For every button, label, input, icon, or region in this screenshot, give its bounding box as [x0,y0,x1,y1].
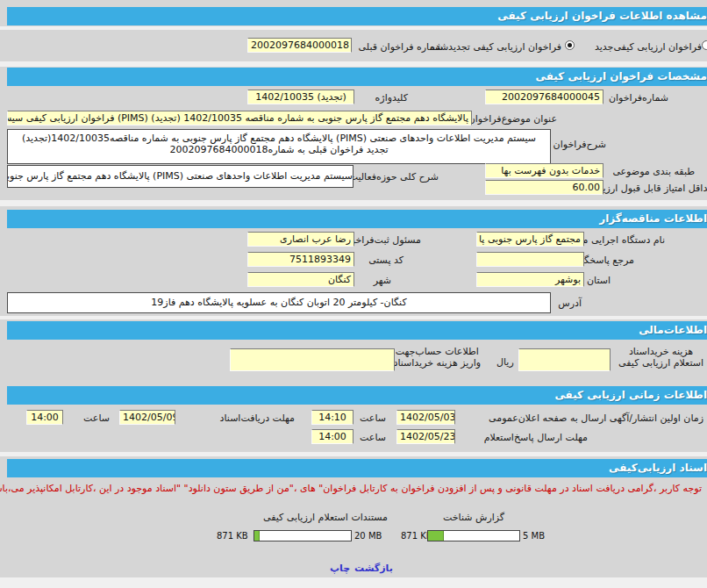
section-financial-header: اطلاعات‌مالی [7,321,707,340]
separator [0,452,707,456]
inquiry-docs-max-size: 20 MB [354,531,382,541]
section-specs-header: مشخصات فراخوان ارزیابی کیفی [7,68,707,86]
inquiry-docs-progressbar[interactable] [254,530,352,541]
radio-new-call[interactable] [702,40,707,50]
doc-fee-label-line1: هزینه خریداسناد [618,346,703,357]
call-description-field[interactable]: سیستم مدیریت اطلاعات واحدهای صنعتی (PIMS… [7,129,551,164]
province-field[interactable]: بوشهر [476,272,584,287]
activity-scope-label: شرح کلی حوزه‌فعالیت [349,171,439,183]
report-progressbar[interactable] [427,530,520,541]
call-description-line1: سیستم مدیریت اطلاعات واحدهای صنعتی (PIMS… [8,133,550,144]
call-description-label: شرح‌فراخوان [553,139,606,150]
separator [0,316,707,319]
inquiry-docs-size: 871 KB [217,531,248,541]
publish-hour-label: ساعت [360,412,386,424]
report-progress-fill [428,531,444,541]
docs-deadline-hour-label: ساعت [83,412,110,424]
address-label: آدرس [558,298,582,309]
category-field[interactable]: خدمات بدون فهرست بها [485,163,603,178]
quality-assessment-call-view-page: مشاهده اطلاعات فراخوان ارزیابی کیفی فراخ… [0,0,707,588]
print-link[interactable]: چاپ [330,563,350,574]
documents-warning-text: توجه کاربر ،گرامی دریافت اسناد در مهلت ق… [0,483,702,494]
address-field[interactable]: کنگان- کیلومتر 20 اتوبان کنگان به عسلویه… [7,292,551,313]
call-title-label: عنوان موضوع‌فراخوان/ [465,113,557,125]
section-timing-header: اطلاعات زمانی ارزیابی کیفی [7,386,707,405]
activity-scope-field[interactable]: سیستم مدیریت اطلاعات واحدهای صنعتی (PIMS… [7,165,354,188]
inquiry-docs-label: مستندات استعلام ارزیابی کیفی [263,512,388,523]
org-name-field[interactable]: مجتمع گاز پارس جنوبی پا [476,232,584,247]
separator [0,200,707,206]
publish-time-label: زمان اولین انتشار/آگهی ارسال به صفحه اعل… [489,412,703,424]
docs-deadline-label: مهلت دریافت‌اسناد [220,412,295,424]
category-label: طبقه بندی موضوعی [612,166,695,177]
prev-call-number-label: شماره فراخوان قبلی [359,41,443,53]
docs-deadline-hour-field[interactable]: 14:00 [26,410,63,425]
docs-deadline-date-field[interactable]: 1402/05/09 [119,410,175,425]
doc-fee-label-line2: استعلام ارزیابی کیفی [618,357,703,369]
rial-label: ریال [496,356,514,368]
account-info-label: اطلاعات حساب‌جهت واریز هزینه خریداسناد [394,346,482,369]
call-number-label: شماره‌فراخوان [609,92,668,104]
separator [0,61,707,67]
prev-call-number-field[interactable]: 2002097684000018 [247,38,352,53]
min-score-field[interactable]: 60.00 [485,180,603,195]
publish-hour-field[interactable]: 14:10 [311,410,354,425]
doc-fee-label: هزینه خریداسناد استعلام ارزیابی کیفی [618,346,703,369]
city-field[interactable]: کنگان [247,272,354,287]
doc-fee-field[interactable] [518,348,611,371]
account-info-label-line2: واریز هزینه خریداسناد [394,357,482,369]
postal-code-field[interactable]: 7511893349 [247,252,354,267]
separator [0,26,707,30]
radio-new-call-label: فراخوان ارزیابی کیفی‌جدید [595,41,702,53]
reply-deadline-hour-field[interactable]: 14:00 [311,429,354,444]
postal-code-label: کد پستی [368,255,403,266]
report-max-size: 5 MB [523,531,545,541]
report-label: گزارش شناخت [443,512,504,523]
reply-deadline-label: مهلت ارسال پاسخ‌استعلام [484,432,588,443]
radio-renewed-call-label: فراخوان ارزیابی کیفی تجدیدشده [430,41,561,53]
province-label: استان [587,275,611,286]
radio-renewed-call[interactable] [565,40,575,50]
keyword-label: کلیدواژه [375,92,408,104]
publish-date-field[interactable]: 1402/05/03 [396,410,455,425]
registrar-field[interactable]: رضا عرب انصاری [247,232,354,247]
call-number-field[interactable]: 2002097684000045 [485,90,603,104]
inquiry-docs-progress-fill [254,531,260,541]
separator [0,577,707,588]
account-info-label-line1: اطلاعات حساب‌جهت [394,346,482,357]
reply-deadline-hour-label: ساعت [360,432,386,443]
section-bidder-header: اطلاعات مناقصه‌گزار [7,210,707,228]
city-label: شهر [374,275,391,286]
back-link[interactable]: بازگشت [354,563,393,574]
section-documents-header: اسناد ارزیابی‌کیفی [7,459,707,477]
keyword-field[interactable]: (تجدید) 1402/10035 [247,90,354,104]
reply-deadline-date-field[interactable]: 1402/05/23 [396,429,455,444]
contact-ref-field[interactable] [476,252,584,267]
call-description-line2: تجدید فراخوان قبلی به شماره2002097684000… [8,144,550,155]
page-title: مشاهده اطلاعات فراخوان ارزیابی کیفی [7,7,707,25]
account-info-field[interactable] [230,348,395,371]
call-title-field[interactable]: پالایشگاه دهم مجتمع گاز پارس جنوبی به شم… [7,111,472,125]
